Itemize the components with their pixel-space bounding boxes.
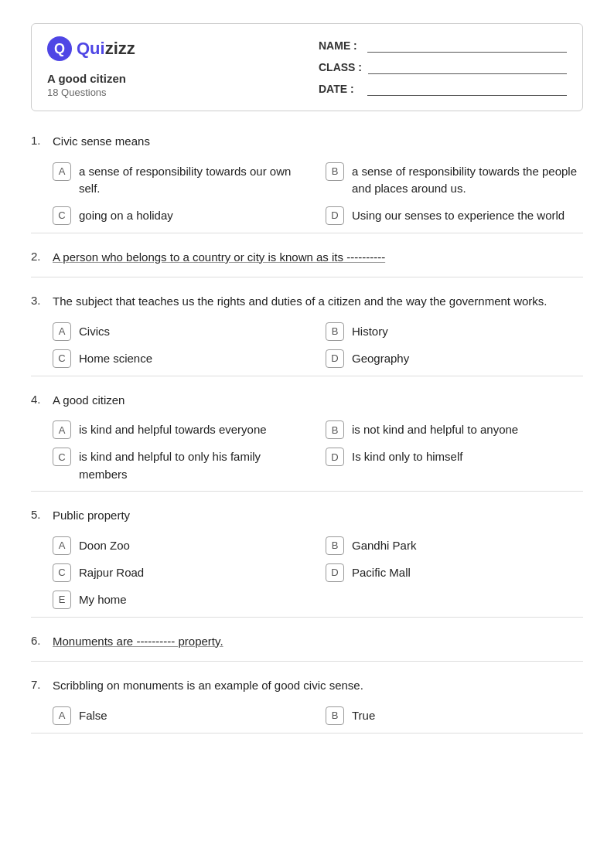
question-row-5: 5.Public property [31, 507, 583, 525]
class-label: CLASS : [319, 61, 362, 73]
option-letter-7-B: B [326, 706, 344, 725]
quiz-title: A good citizen [47, 72, 295, 85]
option-item-5-D: DPacific Mall [326, 563, 583, 582]
option-letter-1-B: B [326, 162, 344, 181]
option-text-3-C: Home science [79, 349, 152, 368]
quiz-subtitle: 18 Questions [47, 87, 295, 98]
divider-5 [31, 617, 583, 618]
name-field-row: NAME : [319, 39, 567, 53]
option-item-4-C: Cis kind and helpful to only his family … [53, 447, 310, 483]
question-row-4: 4.A good citizen [31, 392, 583, 410]
option-letter-4-D: D [326, 448, 344, 466]
divider-7 [31, 733, 583, 734]
question-7: 7.Scribbling on monuments is an example … [31, 677, 583, 734]
option-item-1-C: Cgoing on a holiday [53, 206, 310, 225]
option-text-5-D: Pacific Mall [352, 563, 411, 582]
option-item-5-B: BGandhi Park [326, 536, 583, 555]
option-letter-5-B: B [326, 536, 344, 555]
question-number-5: 5. [31, 507, 53, 521]
question-number-7: 7. [31, 677, 53, 691]
options-grid-5: ADoon ZooBGandhi ParkCRajpur RoadDPacifi… [31, 536, 583, 609]
option-item-1-D: DUsing our senses to experience the worl… [326, 206, 583, 225]
question-text-3: The subject that teaches us the rights a… [53, 293, 583, 311]
option-letter-4-A: A [53, 420, 71, 439]
option-item-3-B: BHistory [326, 322, 583, 341]
question-text-5: Public property [53, 507, 583, 525]
option-letter-5-A: A [53, 536, 71, 555]
options-grid-4: Ais kind and helpful towards everyoneBis… [31, 420, 583, 483]
questions-container: 1.Civic sense meansAa sense of responsib… [31, 133, 583, 734]
question-row-2: 2.A person who belongs to a country or c… [31, 249, 583, 267]
date-field-row: DATE : [319, 82, 567, 96]
option-letter-1-C: C [53, 206, 71, 225]
option-item-3-D: DGeography [326, 349, 583, 368]
options-grid-3: ACivicsBHistoryCHome scienceDGeography [31, 322, 583, 368]
option-text-1-C: going on a holiday [79, 206, 173, 225]
option-item-3-C: CHome science [53, 349, 310, 368]
divider-3 [31, 376, 583, 376]
option-text-1-A: a sense of responsibility towards our ow… [79, 162, 310, 198]
option-text-5-A: Doon Zoo [79, 536, 130, 555]
question-text-7: Scribbling on monuments is an example of… [53, 677, 583, 695]
option-text-3-B: History [352, 322, 388, 341]
option-text-5-B: Gandhi Park [352, 536, 416, 555]
question-number-6: 6. [31, 633, 53, 647]
option-text-4-C: is kind and helpful to only his family m… [79, 447, 310, 483]
option-letter-7-A: A [53, 706, 71, 725]
option-letter-5-D: D [326, 563, 344, 582]
option-letter-1-A: A [53, 162, 71, 181]
option-item-3-A: ACivics [53, 322, 310, 341]
question-4: 4.A good citizenAis kind and helpful tow… [31, 392, 583, 492]
logo: Q Quizizz [47, 36, 295, 61]
question-row-6: 6.Monuments are ---------- property. [31, 633, 583, 651]
divider-2 [31, 277, 583, 277]
option-letter-5-C: C [53, 563, 71, 582]
option-text-3-A: Civics [79, 322, 110, 341]
option-letter-4-C: C [53, 448, 71, 466]
question-text-4: A good citizen [53, 392, 583, 410]
option-text-1-D: Using our senses to experience the world [352, 206, 565, 225]
question-6: 6.Monuments are ---------- property. [31, 633, 583, 662]
option-item-1-A: Aa sense of responsibility towards our o… [53, 162, 310, 198]
class-field-row: CLASS : [319, 60, 567, 74]
page: Q Quizizz A good citizen 18 Questions NA… [0, 0, 614, 868]
logo-icon-letter: Q [54, 41, 65, 57]
date-line [367, 82, 567, 96]
logo-icon: Q [47, 36, 72, 61]
question-row-1: 1.Civic sense means [31, 133, 583, 151]
question-number-4: 4. [31, 392, 53, 406]
question-row-7: 7.Scribbling on monuments is an example … [31, 677, 583, 695]
option-item-5-C: CRajpur Road [53, 563, 310, 582]
option-text-4-D: Is kind only to himself [352, 447, 462, 466]
option-item-4-D: DIs kind only to himself [326, 447, 583, 483]
options-grid-7: AFalseBTrue [31, 706, 583, 725]
option-text-3-D: Geography [352, 349, 409, 368]
option-item-7-A: AFalse [53, 706, 310, 725]
option-text-1-B: a sense of responsibility towards the pe… [352, 162, 583, 198]
option-letter-4-B: B [326, 420, 344, 439]
question-number-1: 1. [31, 133, 53, 147]
question-5: 5.Public propertyADoon ZooBGandhi ParkCR… [31, 507, 583, 618]
option-item-5-A: ADoon Zoo [53, 536, 310, 555]
name-line [367, 39, 567, 53]
question-row-3: 3.The subject that teaches us the rights… [31, 293, 583, 311]
option-item-1-B: Ba sense of responsibility towards the p… [326, 162, 583, 198]
option-item-5-E: EMy home [53, 590, 310, 609]
option-letter-3-B: B [326, 322, 344, 341]
option-text-4-A: is kind and helpful towards everyone [79, 420, 267, 439]
option-text-5-E: My home [79, 590, 127, 609]
question-3: 3.The subject that teaches us the rights… [31, 293, 583, 376]
divider-1 [31, 233, 583, 233]
question-text-6: Monuments are ---------- property. [53, 633, 583, 651]
divider-4 [31, 491, 583, 492]
question-1: 1.Civic sense meansAa sense of responsib… [31, 133, 583, 233]
option-letter-3-D: D [326, 349, 344, 368]
option-letter-1-D: D [326, 206, 344, 225]
header-box: Q Quizizz A good citizen 18 Questions NA… [31, 23, 583, 111]
option-item-4-B: Bis not kind and helpful to anyone [326, 420, 583, 439]
option-text-4-B: is not kind and helpful to anyone [352, 420, 518, 439]
divider-6 [31, 661, 583, 662]
question-2: 2.A person who belongs to a country or c… [31, 249, 583, 278]
header-right: NAME : CLASS : DATE : [295, 36, 567, 98]
option-letter-3-C: C [53, 349, 71, 368]
